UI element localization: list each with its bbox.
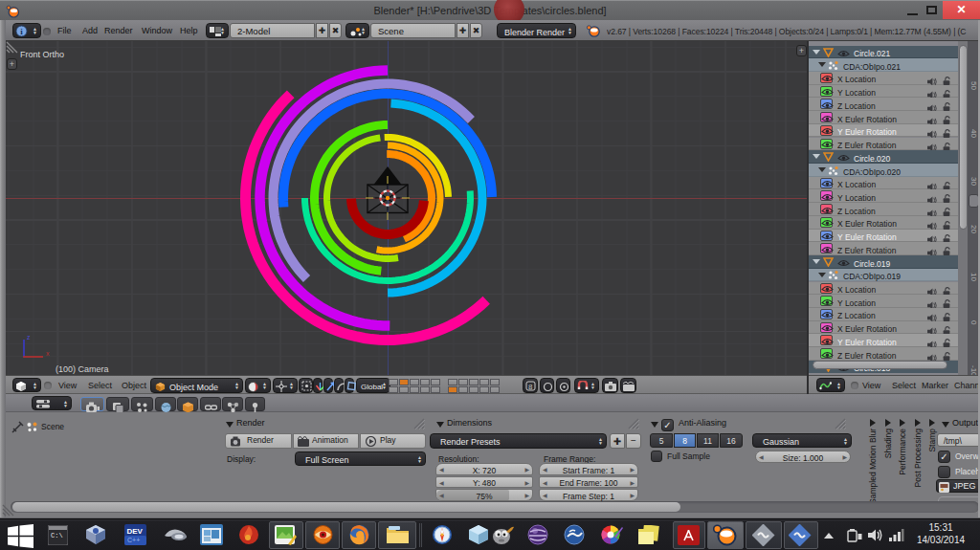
svg-text:C++: C++ (127, 537, 140, 543)
svg-text:C:\: C:\ (51, 532, 63, 539)
svg-text:DEV: DEV (127, 527, 144, 536)
svg-text:8: 8 (528, 383, 533, 391)
